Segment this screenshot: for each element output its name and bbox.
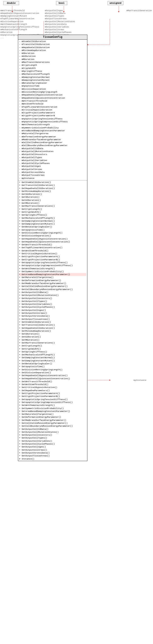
attr-28: - mWntChemotaxisStrength [19,123,86,126]
attr-1: - mTransitCellG1Duration [19,43,86,46]
bool-label-7: mOutputCellVariables [45,26,75,28]
attr-6: - mMDuration [19,58,86,61]
bool-label-1: mOutputCellAges [45,10,75,12]
method-71: + SetCryptProjectionParameterA() [19,392,86,395]
attr-14: - mBetaCatSpringScaler [19,82,86,84]
attr-21: - mWntStemThreshold [19,102,86,105]
method-60: + SetDampingConstantMutant() [19,359,86,362]
method-1: + GetTransitCellG1Duration() [19,184,86,187]
attr-11: - mMechanicsCutOffLength [19,73,86,76]
method-27: + GetApoptoticSpringTensionStiffness() [19,261,86,264]
attributes-section: - mStemCellG1Duration - mTransitCellG1Du… [18,40,87,180]
method-49: + SetHepaOneCellG1Duration() [19,327,86,330]
attr-2: - mHepaOneCellG1Duration [19,46,86,49]
method-11: + GetSpringStiffness() [19,214,86,216]
left-label-1: mWntTransitThreshold [1,10,44,12]
method-42: + GetOutputCellCyclePhases() [19,306,86,308]
attr-38: - mOutputCellAncestors [19,153,86,156]
attr-25: - mCryptProjectionParameterB [19,114,86,117]
method-53: + SetMDuration() [19,338,86,342]
method-90: + SetOutputCellAreas() [19,448,86,452]
unsigned-type-box: unsigned [107,1,123,5]
attr-9: - mCryptWidth [19,67,86,70]
svg-marker-5 [118,11,119,12]
attr-12: - mDampingConstantNormal [19,76,86,79]
attr-20: - mWntTransitThreshold [19,100,86,102]
method-25: + GetCryptProjectionParameterA() [19,255,86,258]
method-29: + GetWntChemotaxisStrength() [19,267,86,270]
bool-label-2: mOutputCellIdData [45,12,75,15]
method-69: + SetCriticalHypoxicDuration() [19,386,86,389]
method-64: + SetDivisionSeparation() [19,371,86,374]
method-3: + GetMinimumGapDuration() [19,190,86,193]
left-label-5: mDivisionSeparation [1,20,44,23]
method-14: + GetDampingConstantMutant() [19,222,86,226]
method-76: + SetSymmetricDivisionProbability() [19,407,86,410]
method-91: + SetOutputVoronoiData() [19,452,86,454]
class-box: TissueConfig - mStemCellG1Duration - mTr… [18,35,87,461]
method-72: + SetCryptProjectionParameterB() [19,395,86,398]
method-65: + SetHepaOneCellHypoxicConcentration() [19,374,86,377]
left-label-3: mDampingConstantMutant [1,15,44,18]
method-22: + GetTopOfLinearWntConcentration() [19,246,86,249]
method-61: + SetBetaCatSpringScaler() [19,362,86,365]
attr-5: - mG2Duration [19,55,86,58]
attr-40: - mOutputCellVariables [19,159,86,162]
method-7: + GetMDuration() [19,202,86,204]
method-45: + GetOutputVoronoiData() [19,314,86,318]
method-66: + SetHepaOneCellQuiescentConcentration() [19,377,86,380]
double-type-box: double [3,1,19,5]
methods-section: + GetStemCellG1Duration() + GetTransitCe… [18,180,87,461]
attr-26: - mApoptoticSpringTensionStiffness [19,118,86,120]
left-label-8: mMechanicsCutOffLength [1,28,44,31]
bool-label-5: mOutputCellMutationStates [45,20,75,23]
left-label-6: mWntChemotaxisStrength [1,23,44,26]
left-label-7: mApoptoticSpringTensionStiffness [1,26,44,28]
method-48: + SetTransitCellG1Duration() [19,324,86,326]
attr-44: - mOutputVoronoiData [19,171,86,174]
method-24: + GetCriticalHypoxicDuration() [19,252,86,255]
method-73: + SetApoptoticSpringTensionStiffness() [19,398,86,401]
method-43: + GetOutputCellAges() [19,309,86,312]
bool-type-box: bool [56,1,67,5]
bool-label-4: mOutputTissueAreas [45,18,75,20]
method-59: + SetDampingConstantNormal() [19,356,86,359]
method-12: + GetMechanicsCutOffLength() [19,217,86,220]
method-32: + GetMatureCellTargetArea() [19,276,86,279]
method-52: + SetG2Duration() [19,336,86,338]
method-82: + SetCellBoundaryAdhesionEnergyParameter… [19,425,86,428]
attr-18: - mHepaOneCellHypoxicConcentration [19,94,86,96]
mp-instance-right-label: mpInstance [133,379,146,382]
method-17: + GetDivisionRestingSpringLength() [19,232,86,234]
method-81: + SetCellCellAdhesionEnergyParameter() [19,422,86,425]
method-20: + GetHepaOneCellQuiescentConcentration() [19,240,86,243]
svg-marker-16 [109,380,111,381]
page: double bool unsigned mWntTransitThreshol… [0,0,153,644]
method-89: + SetOutputCellAges() [19,446,86,448]
method-88: + SetOutputCellCyclePhases() [19,442,86,446]
method-47: + SetStemCellG1Duration() [19,321,86,324]
method-68: + SetWntStemThreshold() [19,383,86,386]
method-84: + SetOutputCellMutationStates() [19,431,86,434]
attr-16: - mDivisionSeparation [19,88,86,90]
class-title: TissueConfig [18,35,87,40]
method-15: + GetBetaCatSpringScaler() [19,226,86,228]
method-23: + GetWntStemThreshold() [19,249,86,252]
attr-10: - mSpringStiffness [19,70,86,73]
method-86: + SetOutputCellTypes() [19,436,86,440]
method-87: + SetOutputCellVariables() [19,440,86,442]
method-2: + GetHepaOneCellG1Duration() [19,187,86,190]
method-6: + GetG2Duration() [19,199,86,202]
method-30: + GetSymmetricDivisionProbability() [19,270,86,273]
attr-22: - mTopOfLinearWntConcentration [19,106,86,108]
bool-label-9: mOutputCellCyclePhases [45,31,75,34]
method-38: + GetOutputCellMutationStates() [19,294,86,297]
method-31: + GetAreaBasedDampingConstantParameter() [19,273,86,276]
attr-45: - mOutputTissueAreas [19,174,86,177]
method-50: + SetMinimumGapDuration() [19,330,86,332]
method-34: + GetMembraneSurfaceEnergyParameter() [19,282,86,285]
method-78: + SetMatureCellTargetArea() [19,413,86,416]
left-label-2: mHepaOneCellHypoxicConcentration [1,12,44,15]
method-77: + SetAreaBasedDampingConstantParameter() [19,410,86,413]
method-56: + SetCryptWidth() [19,348,86,350]
